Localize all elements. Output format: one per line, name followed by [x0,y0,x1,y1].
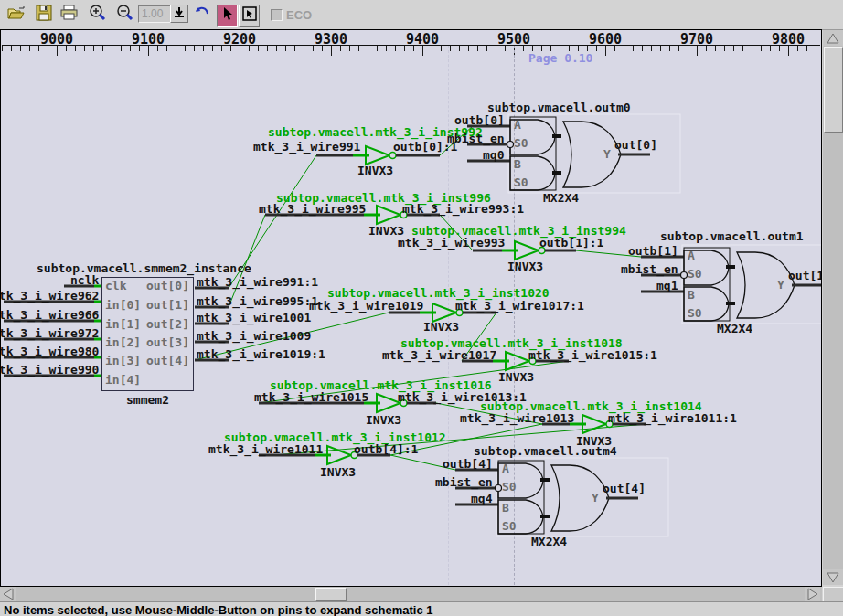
undo-button[interactable] [191,5,213,25]
save-button[interactable] [33,5,55,25]
wire-label[interactable]: outb[4] [443,457,493,471]
pin-label: S0 [688,267,702,281]
vertical-scroll-thumb[interactable] [824,47,843,133]
pin-label: in[4] [105,373,141,387]
pin-label: in[0] [105,298,141,312]
wire-label[interactable]: mtk_3_i_wire995 [259,202,366,216]
wire-label[interactable]: mtk_3_i_wire991:1 [197,275,318,289]
wire-label[interactable]: mtk_3_i_wire962 [0,289,99,303]
pin-label: clk [105,279,126,292]
wire-label[interactable]: mtk_3_i_wire1019:1 [197,347,325,361]
wire-label[interactable]: mtk_3_i_wire1015:1 [528,348,657,362]
wire-label[interactable]: mtk_3_i_wire1011:1 [608,411,737,425]
wire-label[interactable]: mbist_en [435,475,493,489]
select-region-button[interactable] [239,5,260,27]
wire-label[interactable]: mq1 [656,279,678,292]
undo-arrow-icon [193,5,211,24]
pin-label: in[3] [105,354,141,367]
pin-label: Y [777,278,784,292]
zoom-level-field[interactable]: 1.00 [138,5,173,23]
wire-label[interactable]: mtk_3_i_wire980 [0,345,99,358]
wire-label[interactable]: mtk_3_i_wire995:1 [197,294,318,308]
triangle-up-icon [827,33,839,44]
wire-label[interactable]: mtk_3_i_wire991 [253,140,360,154]
zoom-in-button[interactable] [87,5,109,25]
wire-label[interactable]: mq4 [471,492,492,505]
wire-label[interactable]: out[4] [603,482,646,495]
printer-icon [59,5,80,25]
scroll-up-arrow[interactable] [823,30,843,46]
toolbar: 1.00 ECO [0,0,843,30]
wire-label[interactable]: outb[1] [628,244,678,258]
pin-label: Y [603,147,611,161]
status-bar: No items selected, use Mouse-Middle-Butt… [0,601,843,616]
select-mode-button[interactable] [217,5,238,27]
wire-label[interactable]: mtk_3_i_wire1011 [208,442,323,456]
pin-label: out[1] [146,298,189,312]
wire-label[interactable]: mtk_3_i_wire1017 [382,348,496,362]
wire-label[interactable]: mtk_3_i_wire993:1 [402,202,524,216]
cell-name-label: INVX3 [357,164,393,177]
cell-name-label: INVX3 [423,320,459,334]
horizontal-scrollbar[interactable] [0,587,822,601]
cell-name-label: INVX3 [366,413,401,427]
wire-label[interactable]: outb[4]:1 [354,442,418,456]
instance-path-label[interactable]: subtop.vmacell.mtk_3_i_inst1020 [327,286,550,300]
eco-label: ECO [286,8,312,22]
wire-label[interactable]: mtk_3_i_wire966 [0,308,99,322]
wire-label[interactable]: mq0 [483,148,504,162]
wire-label[interactable]: mtk_3_i_wire1009 [197,329,311,343]
wire-label[interactable]: out[1] [788,269,822,282]
pin-label: B [514,157,521,171]
pin-label: S0 [514,175,528,189]
pin-label: S0 [502,480,517,494]
wire-label[interactable]: mtk_3_i_wire1019 [309,299,423,313]
triangle-left-icon [3,588,14,600]
wire-label[interactable]: nclk [70,273,99,287]
wire-label[interactable]: outb[0] [454,113,505,127]
wire-label[interactable]: mtk_3_i_wire1013 [460,411,574,425]
print-button[interactable] [59,5,80,25]
pin-label: out[2] [146,317,189,331]
wire-label[interactable]: mtk_3_i_wire1015 [254,390,368,404]
open-folder-icon [6,5,27,25]
schematic-canvas[interactable]: 9000 9100 9200 9300 9400 9500 9600 9700 … [0,29,822,587]
pin-label: S0 [502,519,517,533]
cell-name-label: MX2X4 [717,322,752,335]
open-button[interactable] [5,5,27,25]
zoom-out-button[interactable] [114,5,136,25]
wire-label[interactable]: mtk_3_i_wire990 [0,363,99,377]
zoom-apply-button[interactable] [170,5,188,23]
pin-label: B [688,288,695,302]
wire-label[interactable]: mtk_3_i_wire1001 [197,311,311,324]
status-message: No items selected, use Mouse-Middle-Butt… [4,603,433,616]
pin-label: Y [592,491,599,504]
pin-label: A [514,118,521,132]
eco-checkbox[interactable] [271,9,283,21]
wire-label[interactable]: mtk_3_i_wire993 [398,236,505,250]
instance-path-label[interactable]: subtop.vmacell.outm0 [487,101,631,114]
cell-name-label: INVX3 [507,260,543,273]
horizontal-scroll-thumb[interactable] [315,588,347,601]
vertical-scrollbar[interactable] [823,30,843,585]
scroll-right-arrow[interactable] [805,587,820,601]
instance-path-label[interactable]: subtop.vmacell.smmem2_instance [37,261,251,275]
pin-label: out[3] [146,335,189,349]
scroll-left-arrow[interactable] [0,587,16,601]
wire-label[interactable]: mtk_3_i_wire972 [0,326,99,340]
scroll-down-arrow[interactable] [823,569,843,585]
triangle-right-icon [807,588,818,600]
wire-label[interactable]: mbist_en [447,132,505,145]
wire-label[interactable]: outb[1]:1 [539,236,603,250]
arrow-down-icon [174,5,185,22]
pin-label: out[0] [146,279,189,292]
wire-label[interactable]: mtk_3_i_wire1017:1 [455,299,584,313]
instance-path-label[interactable]: subtop.vmacell.outm4 [474,444,617,458]
wire-label[interactable]: mbist_en [621,262,678,276]
cursor-box-icon [242,6,257,25]
mx2x4-symbols[interactable] [455,114,822,536]
pin-label: B [502,501,509,515]
instance-path-label[interactable]: subtop.vmacell.outm1 [660,229,804,243]
zoom-in-icon [89,4,107,26]
wire-label[interactable]: out[0] [614,138,657,152]
